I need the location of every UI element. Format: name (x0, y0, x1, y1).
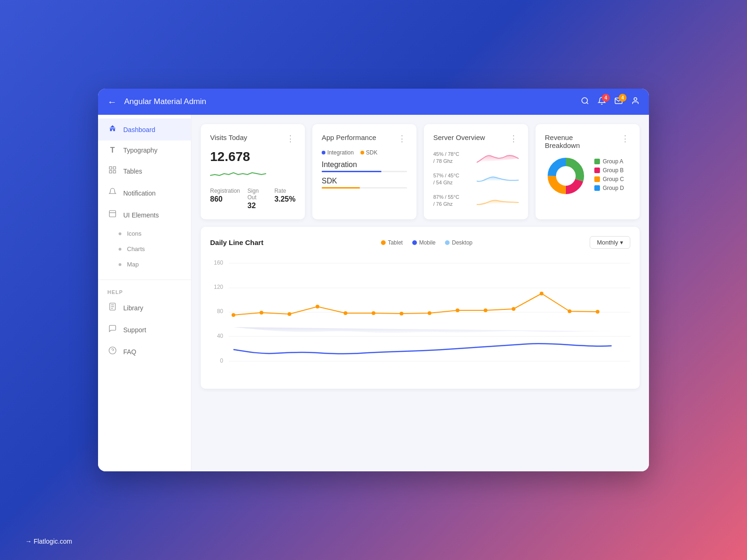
chart-legend: Tablet Mobile Desktop (381, 239, 472, 246)
mobile-dot (412, 240, 417, 245)
svg-point-31 (260, 311, 263, 315)
server-item-2: 87% / 55°C/ 76 Ghz (433, 192, 519, 209)
sdk-dot (360, 151, 364, 154)
stat-signout-value: 32 (247, 202, 267, 210)
notification-icon (107, 188, 118, 198)
help-section-label: HELP (98, 284, 191, 297)
svg-rect-4 (113, 167, 116, 169)
app-window: ← Angular Material Admin 4 4 (98, 89, 649, 471)
header: ← Angular Material Admin 4 4 (98, 89, 649, 115)
sidebar: Dashboard T Typography Tables Notifi (98, 115, 191, 471)
perf-integration: Integration (322, 161, 407, 172)
revenue-card-title: Revenue (545, 133, 580, 141)
perf-legend-sdk: SDK (360, 149, 378, 156)
stat-rate-value: 3.25% (275, 195, 296, 203)
bell-badge: 4 (602, 94, 610, 102)
perf-sdk-bar-bg (322, 187, 407, 189)
sidebar-label-notification: Notification (123, 189, 155, 197)
legend-mobile: Mobile (412, 239, 436, 246)
sidebar-item-icons[interactable]: Icons (98, 226, 191, 241)
sidebar-item-dashboard[interactable]: Dashboard (98, 119, 191, 140)
sidebar-label-charts: Charts (127, 245, 145, 252)
sidebar-label-map: Map (127, 261, 139, 268)
legend-desktop: Desktop (445, 239, 472, 246)
sidebar-label-ui-elements: UI Elements (123, 211, 159, 219)
svg-rect-6 (113, 171, 116, 173)
legend-dot-d (594, 185, 600, 191)
svg-line-1 (586, 102, 588, 104)
rev-legend-b: Group B (594, 167, 624, 174)
sidebar-item-tables[interactable]: Tables (98, 160, 191, 182)
server-overview-card: Server Overview ⋮ 45% / 78°C/ 78 Ghz (424, 124, 528, 219)
perf-sdk-label: SDK (322, 177, 407, 185)
server-items: 45% / 78°C/ 78 Ghz 57% / 45°C/ 54 Ghz (433, 149, 519, 209)
server-label-2: 87% / 55°C/ 76 Ghz (433, 194, 459, 208)
donut-chart (545, 155, 587, 197)
svg-point-13 (109, 347, 116, 354)
ui-elements-icon (107, 210, 118, 220)
rev-legend-d: Group D (594, 185, 624, 191)
sidebar-label-dashboard: Dashboard (123, 126, 155, 133)
svg-point-0 (582, 98, 587, 103)
line-chart: 160 120 80 40 0 (210, 256, 630, 378)
stat-rate-label: Rate (275, 188, 296, 194)
sidebar-label-support: Support (123, 326, 146, 334)
svg-point-41 (540, 292, 543, 295)
sidebar-item-typography[interactable]: T Typography (98, 140, 191, 160)
chevron-down-icon: ▾ (620, 239, 623, 246)
library-icon (107, 302, 118, 313)
perf-card-title: App Performance (322, 133, 376, 141)
user-icon-button[interactable] (631, 97, 640, 107)
sidebar-label-tables: Tables (123, 168, 142, 175)
revenue-legend: Group A Group B Group C (594, 158, 624, 194)
typography-icon: T (107, 146, 118, 154)
footer-link[interactable]: → Flatlogic.com (14, 532, 83, 551)
svg-point-36 (400, 312, 403, 315)
perf-integration-bar-bg (322, 171, 407, 172)
chart-header: Daily Line Chart Tablet Mobile Deskto (210, 236, 630, 249)
sidebar-main-section: Dashboard T Typography Tables Notifi (98, 119, 191, 276)
visits-sparkline (210, 167, 266, 180)
svg-rect-5 (109, 171, 112, 173)
back-button[interactable]: ← (107, 97, 117, 107)
monthly-button[interactable]: Monthly ▾ (590, 236, 630, 249)
sidebar-item-support[interactable]: Support (98, 319, 191, 341)
perf-card-header: App Performance ⋮ (322, 133, 407, 144)
sidebar-item-ui-elements[interactable]: UI Elements (98, 204, 191, 226)
sidebar-item-faq[interactable]: FAQ (98, 341, 191, 363)
sidebar-item-map[interactable]: Map (98, 257, 191, 272)
stat-signout: Sign Out 32 (247, 188, 267, 210)
perf-sdk-bar (322, 187, 360, 189)
sidebar-item-charts[interactable]: Charts (98, 241, 191, 257)
perf-card-menu[interactable]: ⋮ (398, 133, 407, 144)
chart-card: Daily Line Chart Tablet Mobile Deskto (201, 227, 640, 389)
visits-card-menu[interactable]: ⋮ (286, 133, 296, 144)
perf-sdk: SDK (322, 177, 407, 189)
header-icons: 4 4 (581, 97, 640, 107)
legend-dot-a (594, 159, 600, 164)
rev-legend-c: Group C (594, 176, 624, 182)
sidebar-label-icons: Icons (127, 230, 141, 237)
perf-legend: Integration SDK (322, 149, 407, 156)
visits-stats: Registration 860 Sign Out 32 Rate 3.25% (210, 188, 296, 210)
bell-icon-button[interactable]: 4 (598, 97, 606, 107)
svg-text:160: 160 (214, 259, 223, 266)
sidebar-divider (98, 280, 191, 280)
sidebar-item-notification[interactable]: Notification (98, 182, 191, 204)
svg-point-37 (428, 311, 431, 315)
chart-title: Daily Line Chart (210, 238, 263, 246)
server-card-title: Server Overview (433, 133, 485, 141)
revenue-breakdown-card: Revenue Breakdown ⋮ (536, 124, 640, 219)
server-spark-1 (477, 171, 519, 188)
server-card-menu[interactable]: ⋮ (509, 133, 519, 144)
revenue-card-menu[interactable]: ⋮ (621, 133, 630, 144)
sidebar-label-library: Library (123, 304, 143, 312)
svg-point-38 (456, 308, 459, 312)
svg-point-2 (634, 98, 637, 100)
visits-value: 12.678 (210, 149, 296, 164)
mail-icon-button[interactable]: 4 (614, 97, 623, 107)
search-icon-button[interactable] (581, 97, 589, 107)
legend-tablet: Tablet (381, 239, 403, 246)
sidebar-item-library[interactable]: Library (98, 297, 191, 319)
visits-card-header: Visits Today ⋮ (210, 133, 296, 144)
